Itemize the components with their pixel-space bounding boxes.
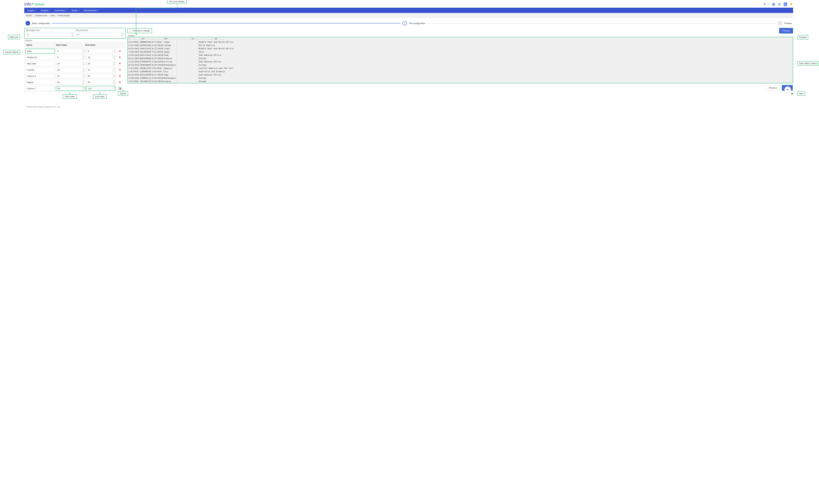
- column-name-input[interactable]: [25, 49, 55, 54]
- column-name-input[interactable]: [25, 55, 55, 60]
- spin-up-icon[interactable]: ▲: [113, 74, 116, 76]
- spin-up-icon[interactable]: ▲: [82, 55, 85, 57]
- spin-up-icon[interactable]: ▲: [71, 32, 74, 35]
- spin-up-icon[interactable]: ▲: [113, 49, 116, 51]
- content-row: 6/12/20186834588886/15/2018Armenia Europ…: [128, 57, 793, 60]
- end-index-input[interactable]: ▲▼: [86, 74, 116, 78]
- skip-begin-input[interactable]: ▲▼: [26, 32, 74, 37]
- spin-down-icon[interactable]: ▼: [113, 82, 116, 85]
- end-index-input[interactable]: ▲▼: [86, 86, 116, 91]
- spin-down-icon[interactable]: ▼: [82, 70, 85, 72]
- spin-down-icon[interactable]: ▼: [82, 82, 85, 85]
- spin-up-icon[interactable]: ▲: [113, 67, 116, 70]
- previous-button[interactable]: Previous: [766, 85, 780, 91]
- spin-up-icon[interactable]: ▲: [121, 32, 124, 35]
- notifications-button[interactable]: 133: [763, 3, 770, 6]
- column-name-input[interactable]: [25, 67, 55, 72]
- preview-button[interactable]: Preview: [779, 28, 793, 34]
- monitor-button[interactable]: [784, 2, 787, 6]
- tag-button[interactable]: [790, 2, 793, 6]
- chevron-down-icon: ▼: [66, 9, 67, 11]
- delete-row-button[interactable]: [119, 50, 121, 52]
- step-3-circle[interactable]: 3: [778, 21, 782, 26]
- spin-down-icon[interactable]: ▼: [82, 64, 85, 66]
- table-row: ▲▼▲▼: [24, 73, 126, 79]
- nav-automation[interactable]: Automation▼: [53, 8, 69, 13]
- end-index-input[interactable]: ▲▼: [86, 55, 116, 60]
- end-index-input[interactable]: ▲▼: [86, 61, 116, 66]
- step-2-circle[interactable]: 2: [402, 21, 407, 26]
- delete-row-button[interactable]: [119, 56, 121, 59]
- spin-down-icon[interactable]: ▼: [121, 35, 124, 37]
- delete-row-button[interactable]: [119, 75, 121, 77]
- spin-up-icon[interactable]: ▲: [82, 49, 85, 51]
- spin-down-icon[interactable]: ▼: [113, 64, 116, 66]
- spin-up-icon[interactable]: ▲: [113, 80, 116, 82]
- breadcrumb-item[interactable]: Studio: [26, 14, 32, 17]
- end-index-input[interactable]: ▲▼: [86, 67, 116, 72]
- delete-row-button[interactable]: [119, 81, 121, 84]
- arrow-left-icon: ←: [794, 62, 796, 65]
- content-row: 7/4/2018 2664672257/9/2018 Jamaica Centr…: [128, 67, 793, 70]
- annot-skip-line: Skip Line: [8, 35, 20, 39]
- breadcrumb-item[interactable]: Datasources: [35, 14, 47, 17]
- nav-analysis[interactable]: Analysis▼: [39, 8, 52, 13]
- spin-up-icon[interactable]: ▲: [82, 74, 85, 76]
- library-button[interactable]: [778, 2, 781, 6]
- start-index-input[interactable]: ▲▼: [56, 49, 85, 54]
- annot-data-table: Data Table Content: [797, 61, 819, 66]
- annot-delete: Delete: [118, 91, 128, 96]
- spin-down-icon[interactable]: ▼: [82, 76, 85, 78]
- end-index-input[interactable]: ▲▼: [86, 49, 116, 54]
- spin-up-icon[interactable]: ▲: [82, 86, 85, 89]
- spin-down-icon[interactable]: ▼: [113, 76, 116, 78]
- start-index-input[interactable]: ▲▼: [56, 86, 85, 91]
- step-2-label: File configuration: [409, 22, 425, 25]
- spin-up-icon[interactable]: ▲: [113, 61, 116, 64]
- trash-icon: [119, 75, 121, 77]
- nav-studio[interactable]: Studio▼: [70, 8, 81, 13]
- column-name-input[interactable]: [25, 86, 55, 91]
- column-name-input[interactable]: [25, 74, 55, 78]
- skip-end-label: Skip end lines: [76, 29, 124, 31]
- content-row: 6/14/20184510109306/17/2018Togo Sub-Saha…: [128, 73, 793, 76]
- floating-help-button[interactable]: [784, 86, 791, 93]
- table-row: ▲▼▲▼: [24, 85, 126, 92]
- checkbox-icon[interactable]: [129, 30, 132, 32]
- annot-file-line-header: File Line Header: [167, 0, 186, 4]
- spin-up-icon[interactable]: ▲: [82, 80, 85, 82]
- start-index-input[interactable]: ▲▼: [56, 67, 85, 72]
- start-index-input[interactable]: ▲▼: [56, 74, 85, 78]
- help-button[interactable]: [772, 2, 775, 6]
- start-index-input[interactable]: ▲▼: [56, 61, 85, 66]
- spin-down-icon[interactable]: ▼: [82, 57, 85, 60]
- nav-administration[interactable]: Administration▼: [82, 8, 101, 13]
- spin-down-icon[interactable]: ▼: [113, 70, 116, 72]
- check-icon: [27, 22, 29, 24]
- delete-row-button[interactable]: [119, 62, 121, 65]
- spin-down-icon[interactable]: ▼: [113, 57, 116, 60]
- spin-down-icon[interactable]: ▼: [113, 51, 116, 54]
- column-name-input[interactable]: [25, 80, 55, 85]
- spin-down-icon[interactable]: ▼: [71, 35, 74, 37]
- spin-down-icon[interactable]: ▼: [82, 51, 85, 54]
- start-index-input[interactable]: ▲▼: [56, 55, 85, 60]
- spin-down-icon[interactable]: ▼: [82, 89, 85, 91]
- start-index-input[interactable]: ▲▼: [56, 80, 85, 85]
- spin-up-icon[interactable]: ▲: [113, 55, 116, 57]
- logo-mark-icon: [31, 2, 35, 6]
- nav-insights[interactable]: Insights▼: [26, 8, 38, 13]
- skip-end-input[interactable]: ▲▼: [76, 32, 124, 37]
- spin-up-icon[interactable]: ▲: [82, 67, 85, 70]
- spin-up-icon[interactable]: ▲: [82, 61, 85, 64]
- table-row: ▲▼▲▼: [24, 60, 126, 67]
- column-name-input[interactable]: [25, 61, 55, 66]
- spin-down-icon[interactable]: ▼: [113, 89, 115, 91]
- books-icon: [778, 3, 781, 6]
- breadcrumb-item[interactable]: New: [51, 14, 55, 17]
- step-1-done[interactable]: [26, 21, 30, 26]
- spin-up-icon[interactable]: ▲: [113, 86, 115, 89]
- delete-row-button[interactable]: [119, 68, 121, 71]
- first-line-header-toggle[interactable]: First line is header: [127, 28, 152, 33]
- end-index-input[interactable]: ▲▼: [86, 80, 116, 85]
